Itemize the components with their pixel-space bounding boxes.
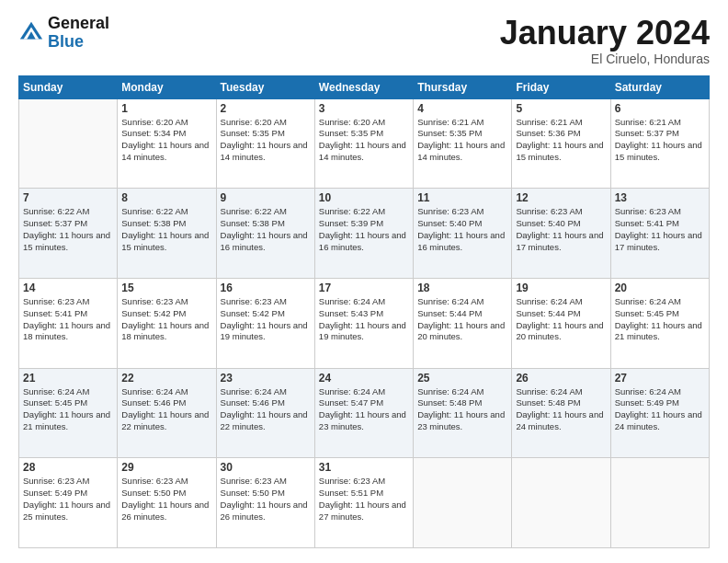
- day-number: 9: [221, 191, 311, 204]
- day-info: Sunrise: 6:23 AMSunset: 5:50 PMDaylight:…: [221, 476, 311, 523]
- calendar-day-cell: 10Sunrise: 6:22 AMSunset: 5:39 PMDayligh…: [314, 189, 413, 279]
- calendar-day-cell: 20Sunrise: 6:24 AMSunset: 5:45 PMDayligh…: [610, 278, 709, 368]
- day-number: 27: [615, 372, 705, 385]
- calendar-day-cell: 25Sunrise: 6:24 AMSunset: 5:48 PMDayligh…: [414, 368, 512, 458]
- calendar-day-cell: 6Sunrise: 6:21 AMSunset: 5:37 PMDaylight…: [610, 98, 709, 189]
- day-info: Sunrise: 6:24 AMSunset: 5:49 PMDaylight:…: [615, 386, 705, 433]
- calendar-day-cell: 2Sunrise: 6:20 AMSunset: 5:35 PMDaylight…: [216, 98, 314, 189]
- day-info: Sunrise: 6:23 AMSunset: 5:40 PMDaylight:…: [516, 206, 606, 253]
- day-info: Sunrise: 6:24 AMSunset: 5:46 PMDaylight:…: [221, 386, 311, 433]
- logo: General Blue: [18, 15, 109, 52]
- calendar-day-cell: 12Sunrise: 6:23 AMSunset: 5:40 PMDayligh…: [512, 189, 610, 279]
- weekday-header: Sunday: [19, 75, 118, 98]
- calendar-day-cell: 29Sunrise: 6:23 AMSunset: 5:50 PMDayligh…: [118, 458, 216, 548]
- day-number: 25: [417, 372, 507, 385]
- day-info: Sunrise: 6:24 AMSunset: 5:46 PMDaylight:…: [121, 386, 211, 433]
- day-number: 26: [516, 372, 606, 385]
- calendar-day-cell: 9Sunrise: 6:22 AMSunset: 5:38 PMDaylight…: [216, 189, 314, 279]
- day-info: Sunrise: 6:22 AMSunset: 5:38 PMDaylight:…: [121, 206, 211, 253]
- logo-text: General Blue: [48, 15, 109, 52]
- day-number: 13: [615, 191, 705, 204]
- day-info: Sunrise: 6:20 AMSunset: 5:35 PMDaylight:…: [221, 117, 311, 164]
- calendar-day-cell: 16Sunrise: 6:23 AMSunset: 5:42 PMDayligh…: [216, 278, 314, 368]
- calendar-day-cell: 31Sunrise: 6:23 AMSunset: 5:51 PMDayligh…: [314, 458, 413, 548]
- day-info: Sunrise: 6:24 AMSunset: 5:43 PMDaylight:…: [319, 296, 409, 343]
- weekday-header: Friday: [512, 75, 610, 98]
- calendar-week-row: 21Sunrise: 6:24 AMSunset: 5:45 PMDayligh…: [19, 368, 710, 458]
- day-info: Sunrise: 6:24 AMSunset: 5:48 PMDaylight:…: [417, 386, 507, 433]
- day-number: 16: [221, 282, 311, 294]
- title-block: January 2024 El Ciruelo, Honduras: [500, 15, 710, 66]
- calendar-day-cell: 7Sunrise: 6:22 AMSunset: 5:37 PMDaylight…: [19, 189, 118, 279]
- day-info: Sunrise: 6:21 AMSunset: 5:37 PMDaylight:…: [615, 117, 705, 164]
- day-number: 11: [417, 191, 507, 204]
- day-number: 4: [417, 102, 507, 115]
- day-info: Sunrise: 6:23 AMSunset: 5:40 PMDaylight:…: [417, 206, 507, 253]
- calendar-day-cell: 18Sunrise: 6:24 AMSunset: 5:44 PMDayligh…: [414, 278, 512, 368]
- calendar-day-cell: [19, 98, 118, 189]
- calendar-day-cell: 14Sunrise: 6:23 AMSunset: 5:41 PMDayligh…: [19, 278, 118, 368]
- calendar-week-row: 14Sunrise: 6:23 AMSunset: 5:41 PMDayligh…: [19, 278, 710, 368]
- header: General Blue January 2024 El Ciruelo, Ho…: [18, 15, 710, 66]
- day-info: Sunrise: 6:24 AMSunset: 5:47 PMDaylight:…: [319, 386, 409, 433]
- calendar-day-cell: 28Sunrise: 6:23 AMSunset: 5:49 PMDayligh…: [19, 458, 118, 548]
- day-info: Sunrise: 6:23 AMSunset: 5:41 PMDaylight:…: [23, 296, 113, 343]
- calendar-table: SundayMondayTuesdayWednesdayThursdayFrid…: [18, 75, 710, 548]
- calendar-day-cell: [610, 458, 709, 548]
- day-number: 19: [516, 282, 606, 294]
- day-info: Sunrise: 6:21 AMSunset: 5:35 PMDaylight:…: [417, 117, 507, 164]
- day-info: Sunrise: 6:22 AMSunset: 5:37 PMDaylight:…: [23, 206, 113, 253]
- calendar-header-row: SundayMondayTuesdayWednesdayThursdayFrid…: [19, 75, 710, 98]
- calendar-day-cell: 23Sunrise: 6:24 AMSunset: 5:46 PMDayligh…: [216, 368, 314, 458]
- day-info: Sunrise: 6:24 AMSunset: 5:45 PMDaylight:…: [615, 296, 705, 343]
- day-info: Sunrise: 6:23 AMSunset: 5:49 PMDaylight:…: [23, 476, 113, 523]
- day-number: 20: [615, 282, 705, 294]
- weekday-header: Monday: [118, 75, 216, 98]
- day-number: 7: [23, 191, 113, 204]
- calendar-week-row: 1Sunrise: 6:20 AMSunset: 5:34 PMDaylight…: [19, 98, 710, 189]
- calendar-day-cell: 15Sunrise: 6:23 AMSunset: 5:42 PMDayligh…: [118, 278, 216, 368]
- page: General Blue January 2024 El Ciruelo, Ho…: [0, 0, 728, 563]
- day-info: Sunrise: 6:23 AMSunset: 5:51 PMDaylight:…: [319, 476, 409, 523]
- day-number: 3: [319, 102, 409, 115]
- day-number: 22: [121, 372, 211, 385]
- day-number: 8: [121, 191, 211, 204]
- day-number: 12: [516, 191, 606, 204]
- day-info: Sunrise: 6:24 AMSunset: 5:44 PMDaylight:…: [516, 296, 606, 343]
- calendar-day-cell: 11Sunrise: 6:23 AMSunset: 5:40 PMDayligh…: [414, 189, 512, 279]
- calendar-week-row: 7Sunrise: 6:22 AMSunset: 5:37 PMDaylight…: [19, 189, 710, 279]
- day-number: 30: [221, 461, 311, 474]
- calendar-day-cell: 1Sunrise: 6:20 AMSunset: 5:34 PMDaylight…: [118, 98, 216, 189]
- location-subtitle: El Ciruelo, Honduras: [500, 52, 710, 66]
- day-info: Sunrise: 6:23 AMSunset: 5:42 PMDaylight:…: [121, 296, 211, 343]
- day-info: Sunrise: 6:24 AMSunset: 5:44 PMDaylight:…: [417, 296, 507, 343]
- day-number: 17: [319, 282, 409, 294]
- calendar-day-cell: 21Sunrise: 6:24 AMSunset: 5:45 PMDayligh…: [19, 368, 118, 458]
- day-info: Sunrise: 6:24 AMSunset: 5:45 PMDaylight:…: [23, 386, 113, 433]
- calendar-day-cell: [512, 458, 610, 548]
- day-number: 14: [23, 282, 113, 294]
- day-number: 28: [23, 461, 113, 474]
- day-number: 15: [121, 282, 211, 294]
- day-info: Sunrise: 6:20 AMSunset: 5:34 PMDaylight:…: [121, 117, 211, 164]
- calendar-day-cell: 8Sunrise: 6:22 AMSunset: 5:38 PMDaylight…: [118, 189, 216, 279]
- calendar-day-cell: 17Sunrise: 6:24 AMSunset: 5:43 PMDayligh…: [314, 278, 413, 368]
- calendar-day-cell: 26Sunrise: 6:24 AMSunset: 5:48 PMDayligh…: [512, 368, 610, 458]
- day-number: 23: [221, 372, 311, 385]
- weekday-header: Saturday: [610, 75, 709, 98]
- calendar-day-cell: [414, 458, 512, 548]
- weekday-header: Wednesday: [314, 75, 413, 98]
- day-number: 2: [221, 102, 311, 115]
- day-number: 6: [615, 102, 705, 115]
- day-info: Sunrise: 6:23 AMSunset: 5:42 PMDaylight:…: [221, 296, 311, 343]
- calendar-day-cell: 3Sunrise: 6:20 AMSunset: 5:35 PMDaylight…: [314, 98, 413, 189]
- day-number: 5: [516, 102, 606, 115]
- weekday-header: Tuesday: [216, 75, 314, 98]
- day-info: Sunrise: 6:24 AMSunset: 5:48 PMDaylight:…: [516, 386, 606, 433]
- day-info: Sunrise: 6:23 AMSunset: 5:41 PMDaylight:…: [615, 206, 705, 253]
- day-info: Sunrise: 6:22 AMSunset: 5:38 PMDaylight:…: [221, 206, 311, 253]
- calendar-day-cell: 22Sunrise: 6:24 AMSunset: 5:46 PMDayligh…: [118, 368, 216, 458]
- logo-general: General: [48, 15, 109, 33]
- calendar-day-cell: 19Sunrise: 6:24 AMSunset: 5:44 PMDayligh…: [512, 278, 610, 368]
- calendar-day-cell: 24Sunrise: 6:24 AMSunset: 5:47 PMDayligh…: [314, 368, 413, 458]
